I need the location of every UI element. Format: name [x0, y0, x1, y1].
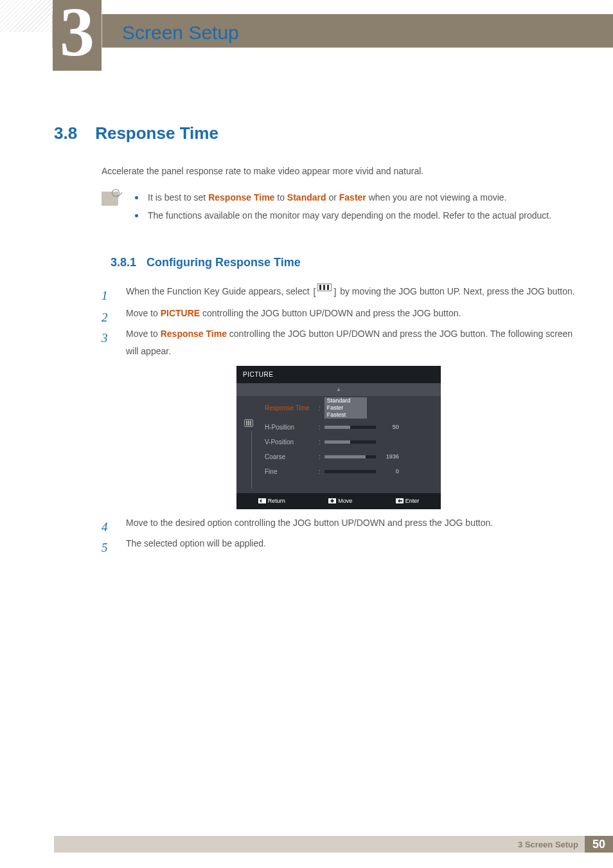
highlight-picture: PICTURE	[161, 308, 200, 318]
svg-rect-2	[323, 285, 325, 290]
step-item: Move to PICTURE controlling the JOG butt…	[102, 305, 577, 322]
highlight-response-time: Response Time	[208, 192, 274, 203]
osd-label: Fine	[265, 466, 315, 478]
page-number-badge: 50	[585, 836, 613, 853]
osd-slider	[324, 470, 376, 473]
osd-value: 50	[380, 422, 399, 433]
osd-label: Response Time	[265, 402, 315, 414]
subsection-heading: 3.8.1 Configuring Response Time	[111, 256, 301, 269]
osd-title: PICTURE	[236, 366, 441, 383]
step-item: When the Function Key Guide appears, sel…	[102, 283, 577, 301]
chapter-badge: 3	[53, 0, 102, 71]
osd-footer: Return Move Enter	[236, 493, 441, 509]
steps-list: When the Function Key Guide appears, sel…	[102, 283, 577, 556]
section-heading: 3.8 Response Time	[54, 123, 218, 143]
notes-block: It is best to set Response Time to Stand…	[102, 190, 577, 227]
osd-enter-hint: Enter	[396, 496, 420, 507]
note-item: It is best to set Response Time to Stand…	[131, 190, 551, 204]
osd-value: 1936	[380, 451, 399, 462]
osd-slider	[324, 440, 376, 444]
svg-rect-1	[319, 285, 321, 290]
subsection-number: 3.8.1	[111, 256, 136, 269]
osd-label: H-Position	[265, 421, 315, 433]
osd-label: V-Position	[265, 436, 315, 448]
highlight-response-time: Response Time	[161, 329, 227, 339]
section-title: Response Time	[95, 123, 218, 143]
svg-rect-3	[327, 285, 329, 290]
osd-label: Coarse	[265, 451, 315, 463]
osd-screenshot: PICTURE ▲ Response Time : Standard F	[236, 366, 577, 509]
osd-menu-row: Coarse : 1936	[261, 449, 441, 464]
osd-side-column	[236, 396, 261, 493]
note-icon	[102, 192, 118, 206]
osd-move-hint: Move	[328, 496, 352, 507]
step-item: Move to the desired option controlling t…	[102, 514, 577, 532]
osd-menu-row: Fine : 0	[261, 464, 441, 479]
osd-menu-row: V-Position :	[261, 435, 441, 449]
chapter-number: 3	[60, 1, 94, 63]
osd-return-hint: Return	[258, 496, 285, 507]
footer-bar: 3 Screen Setup 50	[54, 836, 613, 853]
svg-rect-4	[258, 498, 266, 503]
osd-dropdown: Standard Faster Fastest	[324, 397, 367, 419]
osd-up-arrow-icon: ▲	[236, 383, 441, 395]
osd-menu-row: Response Time : Standard Faster Fastest	[261, 396, 441, 420]
osd-slider	[324, 426, 376, 429]
osd-value: 0	[380, 466, 399, 477]
step-item: Move to Response Time controlling the JO…	[102, 325, 577, 509]
osd-menu-row: H-Position : 50	[261, 420, 441, 435]
highlight-faster: Faster	[339, 192, 366, 203]
highlight-standard: Standard	[287, 192, 326, 203]
osd-option: Fastest	[324, 411, 367, 419]
osd-slider	[324, 455, 376, 458]
step-item: The selected option will be applied.	[102, 535, 577, 552]
footer-chapter-label: 3 Screen Setup	[518, 840, 585, 849]
section-number: 3.8	[54, 123, 77, 143]
subsection-title: Configuring Response Time	[147, 256, 301, 269]
note-item: The functions available on the monitor m…	[131, 208, 551, 222]
intro-paragraph: Accelerate the panel response rate to ma…	[102, 166, 564, 176]
note-list: It is best to set Response Time to Stand…	[131, 190, 551, 227]
menu-icon	[314, 284, 337, 301]
corner-hatching	[0, 0, 53, 32]
osd-picture-icon	[244, 419, 253, 427]
chapter-title: Screen Setup	[122, 22, 239, 44]
